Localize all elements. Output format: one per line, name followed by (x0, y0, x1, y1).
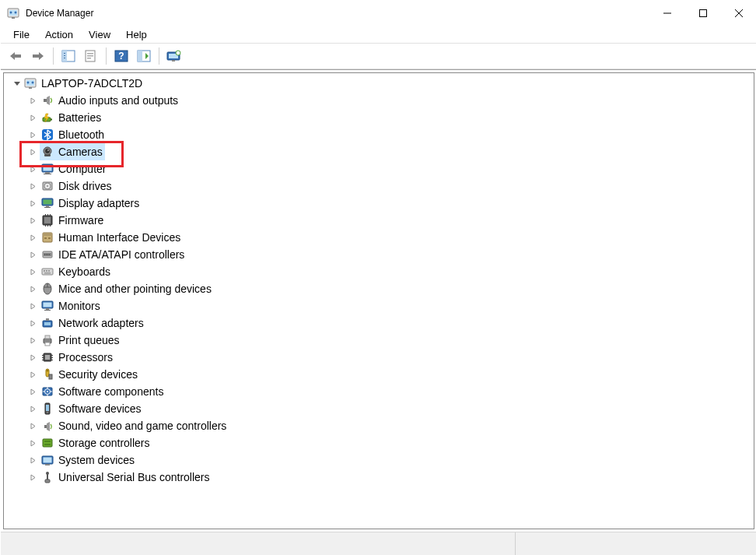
tree-item-bluetooth[interactable]: Bluetooth (4, 126, 754, 143)
expand-icon[interactable] (27, 95, 38, 106)
expand-icon[interactable] (27, 403, 38, 414)
tree-item-disk[interactable]: Disk drives (4, 177, 754, 195)
svg-rect-99 (87, 58, 91, 59)
svg-point-107 (176, 51, 180, 55)
firmware-icon (41, 214, 54, 227)
expand-icon[interactable] (27, 318, 38, 328)
expand-icon[interactable] (27, 129, 38, 140)
maximize-button[interactable] (685, 1, 721, 26)
expand-icon[interactable] (27, 369, 38, 380)
tree-item-battery[interactable]: Batteries (4, 109, 754, 126)
titlebar: Device Manager (1, 1, 756, 26)
scan-hardware-button[interactable] (134, 46, 154, 66)
collapse-icon[interactable] (12, 78, 23, 89)
tree-item-label: Firmware (58, 214, 103, 227)
sound-icon (41, 420, 54, 432)
svg-line-90 (735, 9, 743, 17)
back-button[interactable] (5, 46, 26, 66)
properties-button[interactable] (81, 46, 101, 66)
expand-icon[interactable] (27, 437, 38, 448)
svg-rect-95 (64, 58, 65, 58)
svg-rect-106 (172, 60, 175, 61)
tree-item-label: Bluetooth (58, 128, 104, 141)
expand-icon[interactable] (27, 335, 38, 346)
tree-item-monitor[interactable]: Monitors (4, 297, 754, 314)
tree-item-display[interactable]: Display adapters (4, 195, 754, 212)
tree-item-label: Print queues (58, 334, 120, 346)
expand-icon[interactable] (27, 386, 38, 397)
tree-item-security[interactable]: Security devices (4, 366, 754, 383)
tree-item-firmware[interactable]: Firmware (4, 212, 754, 229)
menu-help[interactable]: Help (118, 27, 155, 42)
menu-file[interactable]: File (5, 27, 37, 42)
content-area: LAPTOP-7ADCLT2D Audio inputs and outputs… (1, 69, 756, 532)
close-button[interactable] (721, 1, 756, 26)
tree-item-camera[interactable]: Cameras (4, 143, 754, 160)
tree-item-label: IDE ATA/ATAPI controllers (58, 248, 184, 261)
tree-item-sound[interactable]: Sound, video and game controllers (4, 417, 754, 434)
svg-text:?: ? (118, 51, 124, 61)
expand-icon[interactable] (27, 112, 38, 123)
tree-item-label: Computer (58, 163, 106, 175)
expand-icon[interactable] (27, 455, 38, 465)
expand-icon[interactable] (27, 249, 38, 260)
expand-icon[interactable] (27, 472, 38, 483)
system-icon (41, 454, 54, 466)
expand-icon[interactable] (27, 146, 38, 157)
tree-item-storage[interactable]: Storage controllers (4, 434, 754, 451)
tree-item-swcomp[interactable]: Software components (4, 383, 754, 400)
help-button[interactable]: ? (111, 46, 131, 66)
camera-icon (41, 146, 54, 158)
svg-rect-103 (138, 51, 142, 61)
svg-line-89 (735, 9, 743, 17)
tree-item-label: Software devices (58, 402, 142, 415)
tree-root[interactable]: LAPTOP-7ADCLT2D (4, 75, 754, 92)
expand-icon[interactable] (27, 283, 38, 294)
toolbar-separator (159, 47, 159, 65)
tree-item-swdev[interactable]: Software devices (4, 400, 754, 417)
expand-icon[interactable] (27, 198, 38, 209)
tree-item-cpu[interactable]: Processors (4, 349, 754, 366)
tree-item-label: Keyboards (58, 265, 110, 278)
menu-action[interactable]: Action (37, 27, 81, 42)
battery-icon (41, 111, 54, 124)
tree-item-system[interactable]: System devices (4, 451, 754, 469)
expand-icon[interactable] (27, 266, 38, 277)
bluetooth-icon (41, 128, 54, 141)
tree-item-network[interactable]: Network adapters (4, 314, 754, 332)
show-hide-tree-button[interactable] (58, 46, 79, 66)
expand-icon[interactable] (27, 181, 38, 191)
tree-item-label: Disk drives (58, 180, 111, 192)
minimize-button[interactable] (649, 1, 685, 26)
menu-view[interactable]: View (81, 27, 118, 42)
tree-item-computer[interactable]: Computer (4, 160, 754, 177)
expand-icon[interactable] (27, 163, 38, 174)
expand-icon[interactable] (27, 215, 38, 226)
swcomp-icon (41, 385, 54, 398)
svg-rect-97 (87, 53, 93, 54)
tree-item-mouse[interactable]: Mice and other pointing devices (4, 280, 754, 297)
mouse-icon (41, 283, 54, 295)
add-legacy-hardware-button[interactable] (164, 46, 184, 66)
expand-icon[interactable] (27, 300, 38, 311)
tree-item-usb[interactable]: Universal Serial Bus controllers (4, 469, 754, 486)
device-manager-icon (7, 7, 19, 19)
cpu-icon (41, 351, 54, 364)
tree-item-label: Processors (58, 351, 113, 364)
expand-icon[interactable] (27, 352, 38, 363)
tree-item-hid[interactable]: Human Interface Devices (4, 229, 754, 246)
expand-icon[interactable] (27, 232, 38, 243)
tree-item-printer[interactable]: Print queues (4, 332, 754, 349)
forward-button[interactable] (28, 46, 48, 66)
tree-item-audio[interactable]: Audio inputs and outputs (4, 92, 754, 109)
tree-item-ide[interactable]: IDE ATA/ATAPI controllers (4, 246, 754, 263)
tree-item-label: Audio inputs and outputs (58, 94, 178, 107)
svg-rect-98 (87, 55, 93, 57)
tree-item-label: Human Interface Devices (58, 231, 180, 244)
menubar: File Action View Help (1, 26, 756, 44)
tree-item-keyboard[interactable]: Keyboards (4, 263, 754, 280)
audio-icon (41, 94, 54, 107)
device-tree[interactable]: LAPTOP-7ADCLT2D Audio inputs and outputs… (3, 72, 754, 529)
expand-icon[interactable] (27, 420, 38, 431)
hid-icon (41, 231, 54, 244)
